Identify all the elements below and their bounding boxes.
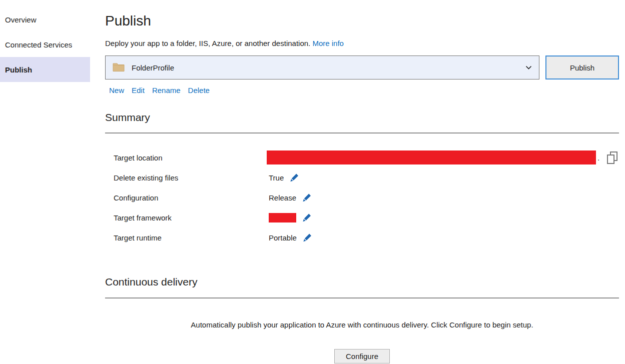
subtitle-text: Deploy your app to a folder, IIS, Azure,… [105,39,310,48]
redacted-value [267,150,596,164]
row-label: Configuration [114,194,269,202]
profile-actions: New Edit Rename Delete [105,86,619,94]
sidebar-item-publish[interactable]: Publish [0,57,90,82]
profile-select[interactable]: FolderProfile [105,56,539,80]
chevron-down-icon [525,66,532,70]
row-label: Target framework [114,214,269,222]
page-title: Publish [105,12,619,30]
table-row-target-location: Target location . [105,148,619,168]
configure-button-row: Configure [105,349,619,364]
configure-button[interactable]: Configure [334,349,390,364]
sidebar-item-label: Overview [5,16,37,24]
row-label: Target location [114,154,269,162]
new-profile-link[interactable]: New [109,86,124,94]
table-row-target-framework: Target framework [105,208,619,228]
pencil-icon[interactable] [302,213,312,222]
summary-rows: Target location . Delete existing files … [105,148,619,248]
profile-select-value: FolderProfile [132,64,174,72]
table-row-target-runtime: Target runtime Portable [105,228,619,248]
edit-profile-link[interactable]: Edit [132,86,145,94]
continuous-delivery-description: Automatically publish your application t… [105,320,619,329]
sidebar-item-label: Connected Services [5,40,72,49]
rename-profile-link[interactable]: Rename [152,86,181,94]
table-row-configuration: Configuration Release [105,188,619,208]
sidebar-item-overview[interactable]: Overview [0,7,90,32]
copy-icon[interactable] [606,151,618,164]
pencil-icon[interactable] [302,193,312,202]
sidebar-item-label: Publish [5,66,32,74]
row-label: Delete existing files [114,174,269,182]
summary-heading: Summary [105,111,619,124]
continuous-delivery-heading: Continuous delivery [105,276,619,288]
row-value: Portable [269,234,297,242]
sidebar: Overview Connected Services Publish [0,0,105,364]
more-info-link[interactable]: More info [312,39,344,48]
table-row-delete-existing-files: Delete existing files True [105,168,619,188]
sidebar-item-connected-services[interactable]: Connected Services [0,32,90,57]
folder-icon [113,62,125,74]
row-label: Target runtime [114,234,269,242]
redacted-value [269,213,296,222]
row-value: True [269,174,284,182]
delete-profile-link[interactable]: Delete [188,86,210,94]
publish-page: Overview Connected Services Publish Publ… [0,0,625,364]
summary-divider [105,132,619,134]
page-subtitle: Deploy your app to a folder, IIS, Azure,… [105,39,619,48]
publish-button[interactable]: Publish [545,56,619,80]
row-value-suffix: . [597,154,599,162]
main-content: Publish Deploy your app to a folder, IIS… [105,0,625,364]
pencil-icon[interactable] [303,233,313,242]
profile-row: FolderProfile Publish [105,56,619,80]
row-value: Release [269,194,296,202]
pencil-icon[interactable] [290,173,300,182]
continuous-delivery-divider [105,298,619,298]
